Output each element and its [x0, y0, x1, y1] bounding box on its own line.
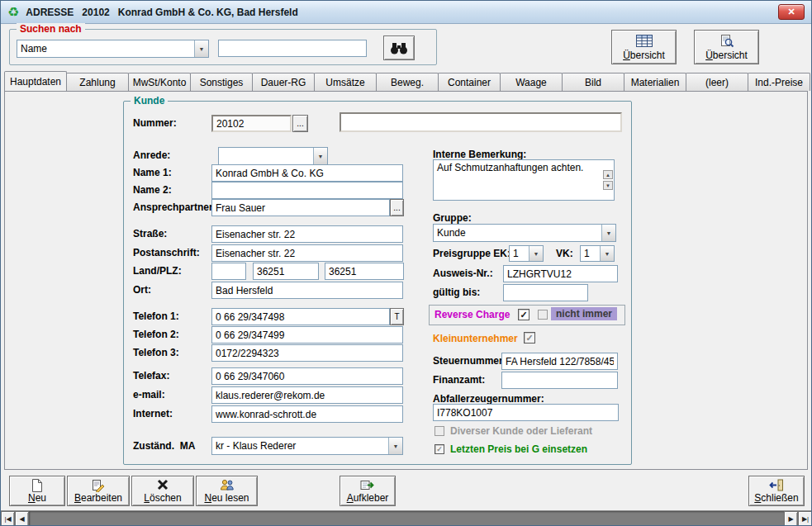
neu-button[interactable]: Neu	[9, 476, 65, 506]
chevron-down-icon[interactable]: ▼	[388, 438, 402, 454]
strasse-label: Straße:	[133, 228, 167, 239]
gruppe-select[interactable]: Kunde ▼	[433, 224, 616, 242]
tab-zahlung[interactable]: Zahlung	[66, 73, 129, 91]
aufkleber-label: Aufkleber	[347, 492, 389, 504]
exit-door-icon	[749, 479, 804, 491]
table-grid-icon	[612, 35, 676, 47]
nav-last-button[interactable]: ▶|	[798, 511, 812, 526]
nav-next-button[interactable]: ▶	[784, 511, 798, 526]
tab-sonstiges[interactable]: Sonstiges	[190, 73, 253, 91]
gruppe-label: Gruppe:	[433, 212, 472, 224]
abfallerzeuger-label: Abfallerzeugernummer:	[433, 393, 544, 405]
finanzamt-label: Finanzamt:	[433, 374, 485, 386]
plz-input[interactable]	[253, 263, 319, 280]
interne-bemerkung-field: Auf Schmutzanhaftungen achten. ▲ ▼	[433, 159, 615, 201]
telefon1-dial-button[interactable]: T	[390, 308, 404, 325]
scroll-up-icon[interactable]: ▲	[603, 170, 613, 179]
uebersicht-grid-button[interactable]: Übersicht	[611, 30, 677, 64]
nav-first-button[interactable]: |◀	[1, 511, 15, 526]
scroll-down-icon[interactable]: ▼	[603, 181, 613, 190]
land-input[interactable]	[211, 263, 246, 280]
uebersicht-preview-button[interactable]: Übersicht	[694, 30, 759, 64]
chevron-down-icon[interactable]: ▼	[601, 225, 615, 241]
tab-materialien[interactable]: Materialien	[624, 73, 686, 91]
tab-bild[interactable]: Bild	[562, 73, 624, 91]
close-button[interactable]: ✕	[778, 4, 805, 20]
telefon1-input[interactable]	[211, 308, 390, 325]
steuernummer-input[interactable]	[501, 353, 618, 370]
telefax-input[interactable]	[211, 367, 403, 385]
telefon2-label: Telefon 2:	[133, 329, 179, 340]
tab-leer[interactable]: (leer)	[686, 73, 748, 91]
search-input[interactable]	[218, 40, 367, 57]
ausweis-label: Ausweis-Nr.:	[433, 268, 493, 279]
plz2-input[interactable]	[325, 263, 404, 280]
tab-dauer-rg[interactable]: Dauer-RG	[252, 73, 315, 91]
nicht-immer-checkbox[interactable]	[538, 310, 548, 320]
ausweis-input[interactable]	[503, 265, 618, 282]
letzter-preis-checkbox[interactable]	[434, 444, 444, 454]
telefon3-label: Telefon 3:	[133, 347, 179, 358]
preisgruppe-ek-select[interactable]: 1 ▼	[509, 245, 544, 262]
preisgruppe-vk-value: 1	[584, 248, 600, 259]
name2-input[interactable]	[211, 182, 403, 199]
internet-input[interactable]	[211, 405, 403, 423]
anrede-label: Anrede:	[133, 149, 170, 161]
diverser-checkbox	[434, 426, 444, 436]
search-field-select[interactable]: Name ▼	[17, 40, 209, 58]
chevron-down-icon[interactable]: ▼	[313, 148, 327, 164]
record-navigator-track[interactable]	[29, 511, 784, 526]
bearbeiten-button[interactable]: Bearbeiten	[67, 476, 130, 506]
neu-label: Neu	[28, 492, 46, 504]
tab-hauptdaten[interactable]: Hauptdaten	[4, 71, 67, 91]
chevron-down-icon[interactable]: ▼	[194, 40, 208, 57]
letzter-preis-label: Letzten Preis bei G einsetzen	[450, 443, 587, 455]
aufkleber-button[interactable]: Aufkleber	[340, 476, 396, 506]
neu-lesen-button[interactable]: Neu lesen	[196, 476, 258, 506]
nummer-more-button[interactable]: ...	[292, 115, 308, 132]
schliessen-button[interactable]: Schließen	[748, 476, 805, 506]
anrede-select[interactable]: ▼	[218, 147, 328, 165]
tab-container[interactable]: Container	[438, 73, 501, 91]
binoculars-icon	[389, 41, 409, 54]
tab-waage[interactable]: Waage	[500, 73, 563, 91]
preisgruppe-vk-select[interactable]: 1 ▼	[580, 245, 615, 262]
document-magnifier-icon	[695, 35, 758, 48]
zustaendig-label: Zuständ. MA	[133, 440, 195, 452]
tab-mwst-konto[interactable]: MwSt/Konto	[128, 73, 191, 91]
abfallerzeuger-input[interactable]	[433, 404, 619, 421]
neu-lesen-label: Neu lesen	[204, 492, 249, 504]
tab-umsaetze[interactable]: Umsätze	[314, 73, 377, 91]
ort-label: Ort:	[133, 284, 151, 296]
email-input[interactable]	[211, 386, 403, 404]
label-arrow-icon	[340, 479, 395, 491]
tab-beweg[interactable]: Beweg.	[376, 73, 439, 91]
telefon1-label: Telefon 1:	[133, 310, 179, 322]
ansprechpartner-input[interactable]	[211, 199, 390, 216]
chevron-down-icon[interactable]: ▼	[529, 246, 543, 261]
search-button[interactable]	[383, 36, 415, 60]
delete-x-icon	[132, 479, 193, 490]
nummer-input[interactable]	[211, 115, 292, 132]
window-title: ADRESSE 20102 Konrad GmbH & Co. KG, Bad …	[26, 7, 297, 18]
gueltig-bis-label: gültig bis:	[433, 287, 480, 298]
strasse-input[interactable]	[211, 225, 403, 243]
chevron-down-icon[interactable]: ▼	[600, 246, 614, 261]
telefon2-input[interactable]	[211, 326, 403, 344]
telefon3-input[interactable]	[211, 344, 403, 362]
postanschrift-input[interactable]	[211, 244, 403, 262]
interne-bemerkung-input[interactable]: Auf Schmutzanhaftungen achten.	[434, 160, 614, 200]
gueltig-bis-input[interactable]	[503, 284, 588, 301]
postanschrift-label: Postanschrift:	[133, 247, 200, 258]
nav-prev-button[interactable]: ◀	[15, 511, 29, 526]
zustaendig-select[interactable]: kr - Klaus Rederer ▼	[211, 437, 403, 455]
tab-ind-preise[interactable]: Ind.-Preise	[748, 73, 810, 91]
people-icon	[197, 479, 257, 491]
ansprechpartner-more-button[interactable]: ...	[390, 199, 404, 216]
name1-input[interactable]	[211, 164, 403, 182]
reverse-charge-checkbox[interactable]	[518, 309, 529, 320]
nummer-extra-field	[340, 112, 622, 132]
ort-input[interactable]	[211, 282, 403, 299]
finanzamt-input[interactable]	[501, 372, 618, 389]
loeschen-button[interactable]: Löschen	[131, 476, 194, 506]
